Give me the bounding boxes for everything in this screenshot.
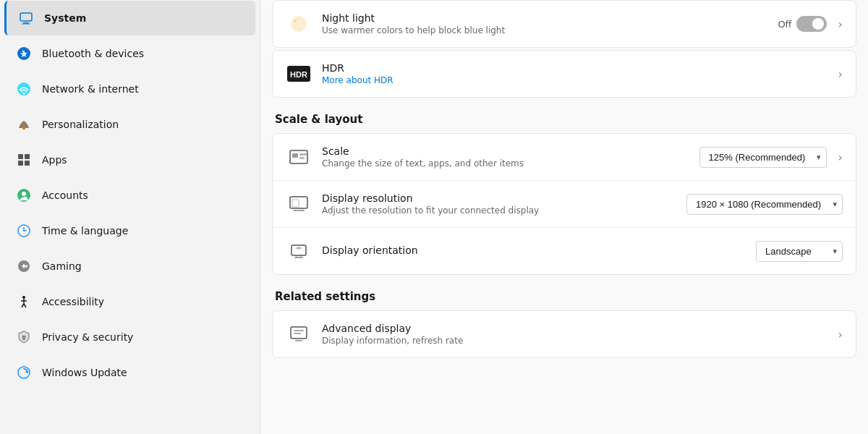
sidebar-item-label-accounts: Accounts <box>42 190 88 201</box>
scale-chevron: › <box>838 150 843 164</box>
resolution-icon <box>286 191 312 217</box>
orientation-row[interactable]: Display orientation Landscape <box>273 228 856 274</box>
accounts-icon <box>16 187 32 203</box>
svg-rect-45 <box>295 340 302 341</box>
svg-point-17 <box>23 230 25 231</box>
scale-dropdown-wrapper: 125% (Recommended) <box>699 147 827 168</box>
sidebar-item-personalization[interactable]: Personalization <box>4 107 255 142</box>
advanced-display-desc: Display information, refresh rate <box>322 336 833 346</box>
night-light-name: Night light <box>322 12 778 24</box>
svg-rect-7 <box>22 127 25 129</box>
scale-row[interactable]: Scale Change the size of text, apps, and… <box>273 134 856 181</box>
night-light-row[interactable]: Night light Use warmer colors to help bl… <box>273 1 856 47</box>
svg-rect-10 <box>18 161 23 166</box>
svg-rect-43 <box>294 257 303 258</box>
main-content: Night light Use warmer colors to help bl… <box>260 0 868 434</box>
orientation-dropdown[interactable]: Landscape <box>756 241 843 262</box>
resolution-dropdown[interactable]: 1920 × 1080 (Recommended) <box>686 194 843 215</box>
scale-name: Scale <box>322 145 699 157</box>
svg-rect-29 <box>23 338 25 341</box>
svg-rect-37 <box>292 153 298 158</box>
svg-point-13 <box>22 192 26 196</box>
night-light-icon <box>286 11 312 37</box>
resolution-text: Display resolution Adjust the resolution… <box>322 192 686 216</box>
hdr-desc: More about HDR <box>322 75 833 85</box>
night-light-text: Night light Use warmer colors to help bl… <box>322 12 778 35</box>
advanced-display-text: Advanced display Display information, re… <box>322 323 833 346</box>
resolution-name: Display resolution <box>322 192 686 204</box>
svg-point-6 <box>23 93 25 95</box>
svg-rect-38 <box>299 153 307 156</box>
sidebar-item-gaming[interactable]: Gaming <box>4 249 255 284</box>
night-light-toggle-container: Off <box>778 16 826 32</box>
night-light-card: Night light Use warmer colors to help bl… <box>272 0 856 48</box>
night-light-toggle[interactable] <box>796 16 827 32</box>
svg-text:HDR: HDR <box>290 70 307 79</box>
scale-desc: Change the size of text, apps, and other… <box>322 158 699 169</box>
related-settings-card: Advanced display Display information, re… <box>272 310 856 358</box>
svg-rect-2 <box>22 24 30 25</box>
svg-line-27 <box>24 304 26 307</box>
svg-rect-46 <box>294 330 304 331</box>
hdr-link[interactable]: More about HDR <box>322 75 393 85</box>
svg-point-21 <box>26 265 27 266</box>
orientation-name: Display orientation <box>322 244 756 256</box>
advanced-display-row[interactable]: Advanced display Display information, re… <box>273 311 856 357</box>
sidebar-item-label-time: Time & language <box>42 225 128 237</box>
time-icon <box>16 223 32 239</box>
sidebar-item-label-accessibility: Accessibility <box>42 296 104 307</box>
advanced-display-icon <box>286 321 312 347</box>
svg-point-22 <box>26 266 27 268</box>
resolution-desc: Adjust the resolution to fit your connec… <box>322 205 686 216</box>
sidebar-item-network[interactable]: Network & internet <box>4 72 255 106</box>
sidebar-item-time[interactable]: Time & language <box>4 213 255 248</box>
sidebar-item-bluetooth[interactable]: ★ Bluetooth & devices <box>4 36 255 71</box>
sidebar-item-update[interactable]: Windows Update <box>4 355 255 390</box>
svg-rect-8 <box>18 154 23 159</box>
sidebar-item-label-personalization: Personalization <box>42 119 119 130</box>
hdr-row[interactable]: HDR HDR More about HDR › <box>273 51 856 97</box>
orientation-dropdown-wrapper: Landscape <box>756 241 843 262</box>
svg-text:★: ★ <box>20 48 28 59</box>
resolution-row[interactable]: Display resolution Adjust the resolution… <box>273 181 856 228</box>
night-light-control: Off › <box>778 16 843 32</box>
sidebar-item-privacy[interactable]: Privacy & security <box>4 320 255 354</box>
svg-rect-39 <box>299 157 305 159</box>
night-light-desc: Use warmer colors to help block blue lig… <box>322 25 778 35</box>
apps-icon <box>16 152 32 168</box>
scale-section-title: Scale & layout <box>260 100 868 133</box>
svg-rect-1 <box>23 22 29 24</box>
network-icon <box>16 81 32 97</box>
advanced-display-chevron: › <box>838 328 843 341</box>
svg-point-23 <box>22 296 25 299</box>
sidebar-item-apps[interactable]: Apps <box>4 142 255 177</box>
sidebar-item-label-update: Windows Update <box>42 367 127 378</box>
orientation-icon <box>286 238 312 264</box>
svg-point-32 <box>291 16 307 32</box>
hdr-control: › <box>833 67 843 81</box>
scale-text: Scale Change the size of text, apps, and… <box>322 145 699 169</box>
scale-dropdown[interactable]: 125% (Recommended) <box>699 147 827 168</box>
personalization-icon <box>16 116 32 132</box>
system-icon <box>18 10 34 26</box>
hdr-chevron: › <box>838 67 843 81</box>
sidebar-item-system[interactable]: System <box>4 1 255 35</box>
resolution-dropdown-wrapper: 1920 × 1080 (Recommended) <box>686 194 843 215</box>
scale-control: 125% (Recommended) › <box>699 147 843 168</box>
svg-rect-9 <box>25 154 30 159</box>
sidebar-item-label-privacy: Privacy & security <box>42 331 133 343</box>
sidebar-item-label-system: System <box>44 12 86 24</box>
night-light-toggle-label: Off <box>778 19 791 30</box>
hdr-card: HDR HDR More about HDR › <box>272 50 856 98</box>
night-light-chevron: › <box>838 17 843 31</box>
svg-rect-0 <box>20 13 32 21</box>
scale-icon <box>286 144 312 170</box>
svg-point-33 <box>294 20 297 22</box>
sidebar: System ★ Bluetooth & devices Network & i… <box>0 0 260 434</box>
sidebar-item-accessibility[interactable]: Accessibility <box>4 284 255 319</box>
hdr-name: HDR <box>322 62 833 74</box>
sidebar-item-label-gaming: Gaming <box>42 260 82 272</box>
sidebar-item-accounts[interactable]: Accounts <box>4 178 255 213</box>
accessibility-icon <box>16 294 32 310</box>
orientation-text: Display orientation <box>322 244 756 258</box>
